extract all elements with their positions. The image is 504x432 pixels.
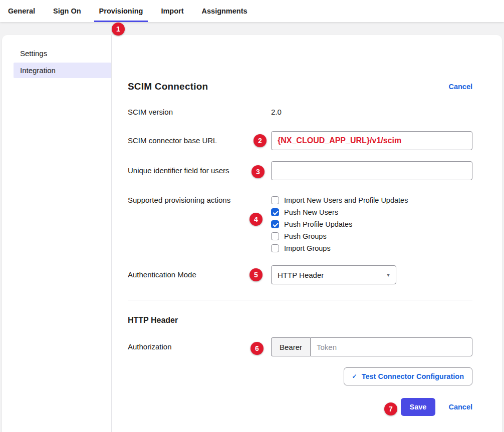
save-button[interactable]: Save xyxy=(401,398,436,416)
provisioning-actions-label: Supported provisioning actions xyxy=(128,194,271,205)
page-title: SCIM Connection xyxy=(128,81,208,92)
sidebar-item-integration[interactable]: Integration xyxy=(14,63,111,78)
authorization-input-group: Bearer xyxy=(271,337,472,356)
annotation-badge-6: 6 xyxy=(250,342,264,355)
tab-provisioning[interactable]: Provisioning xyxy=(94,0,148,22)
tab-general[interactable]: General xyxy=(3,0,40,22)
annotation-badge-3: 3 xyxy=(251,165,265,178)
form-title-row: SCIM Connection Cancel xyxy=(128,81,472,92)
authorization-row: Authorization Bearer xyxy=(128,337,472,356)
test-connector-label: Test Connector Configuration xyxy=(362,372,464,380)
http-header-section-title: HTTP Header xyxy=(128,316,472,325)
annotation-badge-4: 4 xyxy=(249,213,263,226)
auth-mode-row: Authentication Mode HTTP Header ▾ xyxy=(128,265,472,284)
cancel-link-top[interactable]: Cancel xyxy=(448,83,472,91)
option-label: Import Groups xyxy=(284,244,331,252)
scim-version-value: 2.0 xyxy=(271,108,282,116)
chevron-down-icon: ▾ xyxy=(387,271,390,278)
base-url-input[interactable] xyxy=(271,131,472,150)
option-label: Push New Users xyxy=(284,208,338,216)
bearer-prefix: Bearer xyxy=(271,337,310,356)
checkbox-push-new-users[interactable] xyxy=(271,208,279,216)
option-label: Push Profile Updates xyxy=(284,220,352,228)
test-connector-row: ✓ Test Connector Configuration xyxy=(128,367,472,385)
provisioning-actions-row: Supported provisioning actions Import Ne… xyxy=(128,194,472,254)
page: General Sign On Provisioning Import Assi… xyxy=(0,0,504,22)
checkbox-push-groups[interactable] xyxy=(271,232,279,240)
tab-sign-on[interactable]: Sign On xyxy=(48,0,86,22)
option-push-groups[interactable]: Push Groups xyxy=(271,230,472,242)
provisioning-actions-options: Import New Users and Profile Updates Pus… xyxy=(271,194,472,254)
section-divider xyxy=(128,300,472,300)
token-input[interactable] xyxy=(310,337,472,356)
option-push-new-users[interactable]: Push New Users xyxy=(271,206,472,218)
option-import-new-users[interactable]: Import New Users and Profile Updates xyxy=(271,194,472,206)
sidebar: Settings Integration xyxy=(2,35,112,432)
unique-identifier-row: Unique identifier field for users xyxy=(128,161,472,180)
option-push-profile-updates[interactable]: Push Profile Updates xyxy=(271,218,472,230)
annotation-badge-1: 1 xyxy=(112,23,125,36)
auth-mode-value: HTTP Header xyxy=(278,271,324,279)
provisioning-card: Settings Integration SCIM Connection Can… xyxy=(2,35,502,432)
sidebar-header: Settings xyxy=(2,49,111,58)
cancel-link-bottom[interactable]: Cancel xyxy=(448,403,472,411)
annotation-badge-5: 5 xyxy=(249,268,263,281)
annotation-badge-7: 7 xyxy=(384,402,397,415)
authorization-label: Authorization xyxy=(128,337,271,352)
tab-import[interactable]: Import xyxy=(156,0,188,22)
unique-identifier-input[interactable] xyxy=(271,161,472,180)
unique-identifier-label: Unique identifier field for users xyxy=(128,161,271,176)
option-label: Push Groups xyxy=(284,232,327,240)
scim-version-row: SCIM version 2.0 xyxy=(128,107,472,117)
option-label: Import New Users and Profile Updates xyxy=(284,196,408,204)
auth-mode-select[interactable]: HTTP Header ▾ xyxy=(271,265,396,284)
form-footer: Save Cancel xyxy=(128,398,472,416)
checkbox-import-new-users[interactable] xyxy=(271,196,279,204)
app-tabbar: General Sign On Provisioning Import Assi… xyxy=(0,0,504,22)
tab-assignments[interactable]: Assignments xyxy=(197,0,253,22)
option-import-groups[interactable]: Import Groups xyxy=(271,242,472,254)
base-url-label: SCIM connector base URL xyxy=(128,131,271,146)
checkbox-push-profile-updates[interactable] xyxy=(271,220,279,228)
checkbox-import-groups[interactable] xyxy=(271,244,279,252)
annotation-badge-2: 2 xyxy=(254,134,267,147)
base-url-row: SCIM connector base URL xyxy=(128,131,472,150)
check-icon: ✓ xyxy=(352,373,357,379)
test-connector-button[interactable]: ✓ Test Connector Configuration xyxy=(344,367,472,385)
scim-version-label: SCIM version xyxy=(128,107,271,117)
scim-form: SCIM Connection Cancel SCIM version 2.0 … xyxy=(112,35,502,432)
